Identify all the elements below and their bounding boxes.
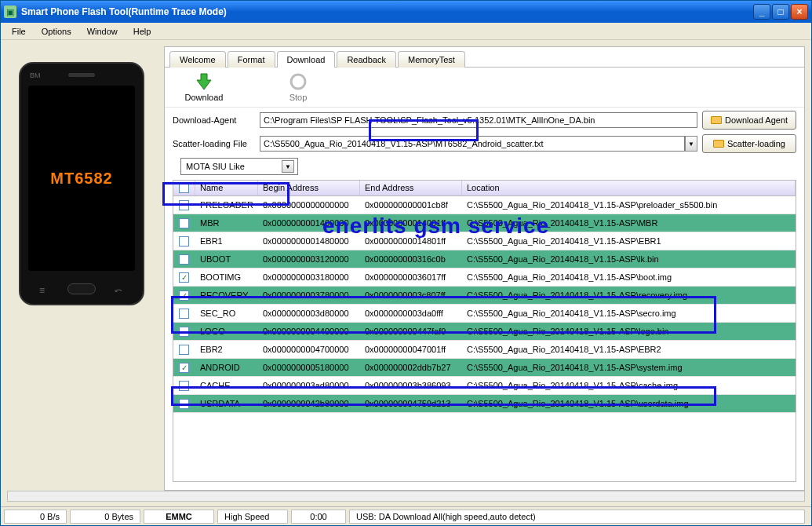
cell-end: 0x000000003b386093: [360, 381, 462, 390]
table-row[interactable]: ✓BOOTIMG0x00000000031800000x000000000360…: [173, 268, 796, 287]
row-checkbox[interactable]: [179, 345, 189, 355]
cell-location: C:\S5500_Agua_Rio_20140418_V1.15-ASP\use…: [462, 399, 796, 408]
window-title: Smart Phone Flash Tool(Runtime Trace Mod…: [21, 6, 753, 17]
cell-location: C:\S5500_Agua_Rio_20140418_V1.15-ASP\sys…: [462, 363, 796, 372]
tab-format[interactable]: Format: [228, 51, 275, 68]
cell-name: USRDATA: [195, 399, 258, 408]
phone-model-label: MT6582: [50, 170, 112, 188]
da-label: Download-Agent: [173, 115, 255, 125]
download-agent-input[interactable]: [260, 112, 697, 128]
menu-help[interactable]: Help: [126, 25, 159, 38]
cell-begin: 0x0000000003120000: [258, 254, 360, 264]
cell-location: C:\S5500_Agua_Rio_20140418_V1.15-ASP\sec…: [462, 309, 796, 318]
scatter-dropdown-icon[interactable]: ▼: [685, 136, 697, 152]
cell-location: C:\S5500_Agua_Rio_20140418_V1.15-ASP\cac…: [462, 381, 796, 390]
cell-name: PRELOADER: [195, 200, 258, 210]
table-row[interactable]: MBR0x00000000014000000x00000000014001ffC…: [173, 214, 796, 232]
stop-button[interactable]: Stop: [275, 72, 322, 102]
status-speed: 0 B/s: [4, 510, 67, 524]
status-usb: USB: DA Download All(high speed,auto det…: [349, 510, 805, 524]
table-row[interactable]: LOGO0x00000000044000000x000000000447faf9…: [173, 323, 796, 341]
menu-options[interactable]: Options: [34, 25, 79, 38]
download-agent-button[interactable]: Download Agent: [702, 111, 796, 130]
status-mode: High Speed: [217, 510, 288, 524]
cell-end: 0x000000004759d213: [360, 399, 462, 408]
tab-readback[interactable]: Readback: [337, 51, 396, 68]
scatter-loading-button[interactable]: Scatter-loading: [702, 134, 796, 153]
cell-name: MBR: [195, 218, 258, 228]
row-checkbox[interactable]: [179, 218, 189, 228]
close-button[interactable]: ×: [791, 4, 808, 20]
table-row[interactable]: ✓RECOVERY0x00000000037800000x0000000003c…: [173, 287, 796, 305]
header-location[interactable]: Location: [462, 181, 796, 195]
tab-download[interactable]: Download: [277, 51, 336, 68]
statusbar: 0 B/s 0 Bytes EMMC High Speed 0:00 USB: …: [1, 506, 811, 525]
cell-name: CACHE: [195, 381, 258, 390]
download-mode-select[interactable]: MOTA SIU Like ▼: [180, 158, 298, 175]
row-checkbox[interactable]: [179, 381, 189, 391]
phone-home-button: [67, 283, 96, 294]
cell-begin: 0x0000000001400000: [258, 218, 360, 228]
cell-end: 0x00000000014001ff: [360, 218, 462, 228]
menu-file[interactable]: File: [4, 25, 34, 38]
table-row[interactable]: SEC_RO0x0000000003d800000x0000000003da0f…: [173, 305, 796, 323]
cell-location: C:\S5500_Agua_Rio_20140418_V1.15-ASP\boo…: [462, 272, 796, 282]
cell-end: 0x000000000447faf9: [360, 327, 462, 336]
tab-bar: Welcome Format Download Readback MemoryT…: [165, 47, 804, 68]
row-checkbox[interactable]: [179, 309, 189, 319]
scatter-file-input[interactable]: [260, 136, 685, 152]
table-row[interactable]: UBOOT0x00000000031200000x000000000316c0b…: [173, 250, 796, 268]
download-button[interactable]: Download: [180, 72, 228, 102]
minimize-button[interactable]: _: [753, 4, 770, 20]
table-row[interactable]: PRELOADER0x00000000000000000x00000000000…: [173, 196, 796, 214]
row-checkbox[interactable]: [179, 327, 189, 337]
partition-table: Name Begin Address End Address Location …: [173, 180, 796, 482]
download-button-label: Download: [185, 93, 224, 102]
row-checkbox[interactable]: [179, 254, 189, 265]
cell-end: 0x000000002ddb7b27: [360, 363, 462, 372]
row-checkbox[interactable]: [179, 200, 189, 210]
cell-begin: 0x0000000003180000: [258, 272, 360, 282]
table-row[interactable]: CACHE0x000000003ad800000x000000003b38609…: [173, 377, 796, 395]
titlebar[interactable]: ▣ Smart Phone Flash Tool(Runtime Trace M…: [1, 1, 811, 23]
header-name[interactable]: Name: [195, 181, 258, 195]
app-window: ▣ Smart Phone Flash Tool(Runtime Trace M…: [0, 0, 812, 526]
phone-back-icon: ⤺: [115, 285, 124, 293]
cell-begin: 0x0000000004400000: [258, 327, 360, 336]
table-row[interactable]: EBR10x00000000014800000x00000000014801ff…: [173, 232, 796, 250]
tab-welcome[interactable]: Welcome: [169, 51, 226, 68]
row-checkbox[interactable]: ✓: [179, 272, 189, 283]
header-end[interactable]: End Address: [360, 181, 462, 195]
cell-name: EBR1: [195, 236, 258, 246]
table-row[interactable]: USRDATA0x0000000042b800000x000000004759d…: [173, 395, 796, 413]
cell-end: 0x0000000003c807ff: [360, 290, 462, 300]
row-checkbox[interactable]: ✓: [179, 290, 189, 301]
table-row[interactable]: ✓ANDROID0x00000000051800000x000000002ddb…: [173, 359, 796, 377]
row-checkbox[interactable]: [179, 399, 189, 409]
phone-preview: BM MT6582 ≡ ⤺: [19, 62, 144, 305]
phone-brand: BM: [30, 71, 41, 79]
scatter-label: Scatter-loading File: [173, 139, 255, 148]
horizontal-scrollbar[interactable]: [7, 491, 805, 502]
menubar: File Options Window Help: [1, 23, 811, 40]
cell-name: EBR2: [195, 345, 258, 354]
chevron-down-icon: ▼: [282, 160, 294, 173]
cell-name: ANDROID: [195, 363, 258, 372]
row-checkbox[interactable]: ✓: [179, 363, 189, 373]
header-checkbox[interactable]: [173, 181, 195, 195]
row-checkbox[interactable]: [179, 236, 189, 247]
svg-marker-0: [197, 74, 211, 89]
cell-begin: 0x0000000000000000: [258, 200, 360, 210]
folder-icon: [713, 140, 724, 148]
table-row[interactable]: EBR20x00000000047000000x00000000047001ff…: [173, 341, 796, 359]
status-time: 0:00: [291, 510, 346, 524]
cell-begin: 0x0000000042b80000: [258, 399, 360, 408]
tab-memorytest[interactable]: MemoryTest: [398, 51, 465, 68]
header-begin[interactable]: Begin Address: [258, 181, 360, 195]
maximize-button[interactable]: □: [772, 4, 789, 20]
cell-location: C:\S5500_Agua_Rio_20140418_V1.15-ASP\MBR: [462, 218, 796, 228]
menu-window[interactable]: Window: [79, 25, 126, 38]
folder-icon: [711, 116, 722, 124]
cell-end: 0x00000000047001ff: [360, 345, 462, 354]
status-bytes: 0 Bytes: [70, 510, 140, 524]
